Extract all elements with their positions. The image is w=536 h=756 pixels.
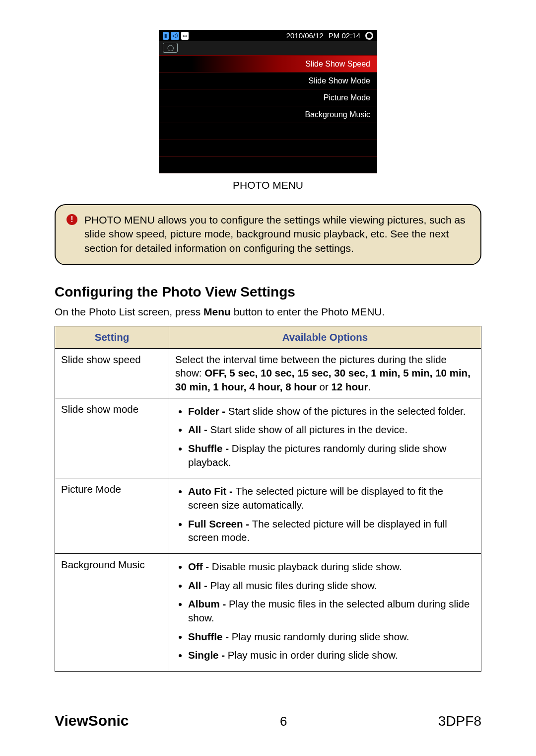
opt-bold: Shuffle - [188, 631, 232, 642]
table-header-row: Setting Available Options [55, 326, 481, 349]
opt-bold: Full Screen - [188, 518, 252, 529]
memory-icon: ▭ [181, 32, 189, 40]
photo-tab-icon: ◯ [163, 43, 178, 53]
opt-text: Play music in order during slide show. [228, 649, 398, 661]
opt-bold: 12 hour [331, 381, 368, 392]
page-footer: ViewSonic 6 3DPF8 [55, 712, 481, 729]
cell-setting-label: Background Music [55, 554, 169, 672]
cell-setting-options: Folder - Start slide show of the picture… [169, 398, 481, 478]
status-bar: ▮ ◁) ▭ 2010/06/12 PM 02:14 [159, 30, 377, 41]
cell-setting-label: Slide show mode [55, 398, 169, 478]
list-item: Full Screen - The selected picture will … [188, 517, 475, 544]
opt-text: Disable music playback during slide show… [212, 561, 402, 572]
menu-row-slide-show-mode[interactable]: Slide Show Mode [159, 72, 377, 89]
status-time: PM 02:14 [329, 31, 360, 40]
settings-table: Setting Available Options Slide show spe… [55, 326, 481, 672]
sound-icon: ◁) [171, 32, 179, 40]
footer-model: 3DPF8 [438, 713, 481, 729]
opt-text: Play music randomly during slide show. [232, 631, 409, 642]
menu-row-empty [159, 140, 377, 156]
intro-text: On the Photo List screen, press [55, 306, 203, 317]
photo-menu-list: Slide Show Speed Slide Show Mode Picture… [159, 55, 377, 173]
table-row: Background Music Off - Disable music pla… [55, 554, 481, 672]
list-item: Folder - Start slide show of the picture… [188, 404, 475, 418]
photo-tab: ◯ [159, 41, 377, 55]
opt-text: Start slide show of the pictures in the … [228, 405, 466, 417]
photo-menu-caption: PHOTO MENU [55, 179, 481, 191]
cell-setting-options: Auto Fit - The selected picture will be … [169, 478, 481, 554]
menu-row-label: Picture Mode [324, 93, 370, 102]
list-item: Album - Play the music files in the sele… [188, 597, 475, 624]
opt-bold: All - [188, 424, 210, 435]
table-row: Slide show mode Folder - Start slide sho… [55, 398, 481, 478]
photo-menu-screenshot: ▮ ◁) ▭ 2010/06/12 PM 02:14 ◯ Slide Show … [159, 30, 377, 173]
menu-row-empty [159, 123, 377, 140]
opt-bold: Off - [188, 561, 212, 572]
opt-bold: Folder - [188, 405, 228, 417]
menu-row-background-music[interactable]: Backgroung Music [159, 106, 377, 123]
opt-bold: Single - [188, 649, 228, 661]
opt-bold: Auto Fit - [188, 485, 236, 497]
alarm-icon [365, 32, 373, 40]
status-date: 2010/06/12 [286, 31, 324, 40]
opt-bold: All - [188, 580, 210, 591]
sd-card-icon: ▮ [163, 32, 169, 40]
footer-page: 6 [280, 714, 287, 729]
menu-row-slide-show-speed[interactable]: Slide Show Speed [159, 55, 377, 72]
menu-row-empty [159, 156, 377, 173]
table-row: Picture Mode Auto Fit - The selected pic… [55, 478, 481, 554]
menu-row-label: Slide Show Mode [308, 76, 370, 85]
th-setting: Setting [55, 326, 169, 349]
intro-paragraph: On the Photo List screen, press Menu but… [55, 306, 481, 318]
section-heading: Configuring the Photo View Settings [55, 284, 481, 300]
exclamation-icon: ! [67, 214, 77, 225]
intro-text: button to enter the Photo MENU. [231, 306, 385, 317]
cell-setting-label: Picture Mode [55, 478, 169, 554]
opt-text: Play all music files during slide show. [210, 580, 377, 591]
cell-setting-options: Select the interval time between the pic… [169, 348, 481, 398]
list-item: Single - Play music in order during slid… [188, 648, 475, 662]
opt-bold: Shuffle - [188, 443, 232, 454]
opt-text: . [368, 381, 371, 392]
list-item: All - Play all music files during slide … [188, 579, 475, 593]
list-item: Off - Disable music playback during slid… [188, 560, 475, 574]
opt-bold: Album - [188, 598, 229, 609]
opt-text: or [317, 381, 332, 392]
cell-setting-label: Slide show speed [55, 348, 169, 398]
list-item: All - Start slide show of all pictures i… [188, 423, 475, 437]
list-item: Shuffle - Display the pictures randomly … [188, 442, 475, 469]
info-callout: ! PHOTO MENU allows you to configure the… [55, 204, 481, 265]
table-row: Slide show speed Select the interval tim… [55, 348, 481, 398]
list-item: Auto Fit - The selected picture will be … [188, 484, 475, 512]
cell-setting-options: Off - Disable music playback during slid… [169, 554, 481, 672]
menu-row-label: Slide Show Speed [305, 60, 370, 69]
list-item: Shuffle - Play music randomly during sli… [188, 630, 475, 644]
menu-row-label: Backgroung Music [305, 110, 370, 119]
footer-brand: ViewSonic [55, 712, 129, 729]
callout-text: PHOTO MENU allows you to configure the s… [84, 213, 469, 255]
opt-text: Play the music files in the selected alb… [188, 598, 469, 623]
menu-row-picture-mode[interactable]: Picture Mode [159, 89, 377, 106]
intro-bold: Menu [203, 306, 231, 317]
th-options: Available Options [169, 326, 481, 349]
opt-text: Start slide show of all pictures in the … [210, 424, 407, 435]
